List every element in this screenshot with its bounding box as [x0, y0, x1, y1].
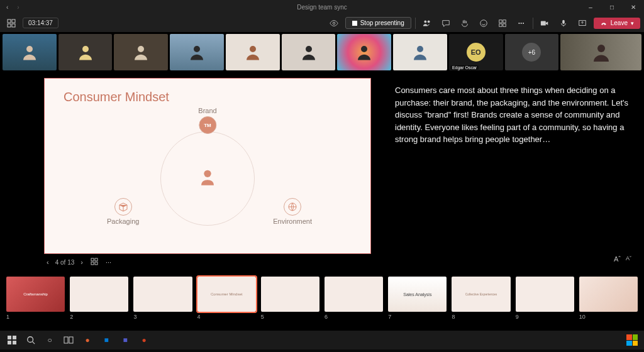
svg-point-7: [480, 19, 487, 26]
stop-presenting-label: Stop presenting: [360, 19, 404, 26]
prev-slide-icon[interactable]: ‹: [45, 257, 50, 267]
slide-diagram: Brand TM Packaging Environment: [119, 109, 296, 235]
taskbar-app[interactable]: ●: [79, 333, 96, 348]
font-decrease[interactable]: Aˇ: [626, 255, 631, 263]
chat-icon[interactable]: [438, 16, 453, 31]
task-view-icon[interactable]: [60, 333, 77, 348]
participant-avatar-tile[interactable]: EO Edgar Oscar: [449, 34, 503, 70]
participant-tile[interactable]: [393, 34, 447, 70]
node-packaging-label: Packaging: [107, 217, 139, 225]
titlebar: ‹ › Design team sync – □ ✕: [0, 0, 644, 14]
window-maximize[interactable]: □: [601, 0, 623, 14]
thumb-num: 3: [133, 314, 192, 320]
content-area: Consumer Mindset Brand TM Packaging Envi…: [0, 72, 644, 273]
svg-point-34: [28, 337, 33, 343]
search-icon[interactable]: [23, 333, 39, 348]
rooms-icon[interactable]: [495, 16, 510, 31]
svg-rect-0: [8, 19, 11, 23]
font-increase[interactable]: Aˆ: [614, 255, 621, 263]
privacy-eye-icon[interactable]: [326, 16, 341, 31]
slide-title: Consumer Mindset: [64, 90, 352, 104]
globe-icon: [284, 198, 301, 216]
taskbar-app[interactable]: ■: [117, 333, 133, 348]
slide-filmstrip: Craftsmanship1 2 3 Consumer Mindset4 5 6…: [0, 273, 644, 331]
thumb-10[interactable]: [579, 277, 638, 312]
svg-rect-11: [503, 23, 506, 26]
font-size-controls: Aˆ Aˇ: [614, 255, 631, 263]
reactions-icon[interactable]: [476, 16, 491, 31]
thumb-9[interactable]: [516, 277, 574, 312]
thumb-7[interactable]: Sales Analysis: [388, 277, 447, 312]
thumb-num: 6: [325, 314, 383, 320]
divider: [415, 18, 416, 29]
thumb-6[interactable]: [325, 277, 383, 312]
window-minimize[interactable]: –: [580, 0, 601, 14]
svg-point-20: [306, 46, 312, 52]
stop-presenting-button[interactable]: Stop presenting: [345, 17, 411, 29]
taskbar-app[interactable]: ■: [98, 333, 114, 348]
next-slide-icon[interactable]: ›: [79, 257, 84, 267]
participant-tile[interactable]: [58, 34, 113, 70]
thumb-num: 7: [388, 314, 447, 320]
participant-tile[interactable]: [282, 34, 336, 70]
slide-navigation: ‹ 4 of 13 › ···: [44, 254, 371, 270]
window-close[interactable]: ✕: [623, 0, 644, 14]
divider: [533, 18, 533, 29]
node-environment-label: Environment: [273, 217, 312, 225]
svg-rect-27: [95, 258, 97, 261]
svg-rect-33: [13, 341, 16, 344]
svg-rect-12: [541, 21, 546, 25]
taskbar-app[interactable]: ●: [136, 333, 152, 348]
thumb-2[interactable]: [70, 277, 128, 312]
svg-point-6: [427, 20, 430, 23]
participant-tile[interactable]: [170, 34, 224, 70]
overflow-participants[interactable]: +6: [505, 34, 559, 70]
participant-tile[interactable]: [3, 34, 57, 70]
svg-point-5: [424, 20, 426, 23]
svg-point-23: [597, 45, 605, 52]
slide-counter: 4 of 13: [55, 259, 75, 266]
grid-view-icon[interactable]: [4, 16, 19, 31]
people-icon[interactable]: [419, 16, 435, 31]
thumb-num: 5: [261, 314, 319, 320]
cortana-icon[interactable]: ○: [42, 333, 58, 348]
thumb-num: 9: [516, 314, 574, 320]
thumb-8[interactable]: Collective Experiences: [452, 277, 510, 312]
forward-icon[interactable]: ›: [14, 4, 21, 11]
svg-rect-10: [499, 23, 502, 26]
more-icon[interactable]: ···: [514, 16, 529, 31]
grid-toggle-icon[interactable]: [89, 256, 99, 268]
current-slide[interactable]: Consumer Mindset Brand TM Packaging Envi…: [44, 78, 371, 254]
overflow-count: +6: [522, 43, 541, 62]
thumb-num: 4: [197, 314, 256, 320]
person-icon: [197, 167, 218, 190]
mic-icon[interactable]: [556, 16, 571, 31]
svg-rect-31: [13, 336, 16, 339]
participant-tile[interactable]: [226, 34, 280, 70]
thumb-4[interactable]: Consumer Mindset: [197, 277, 256, 312]
presenter-tile[interactable]: [560, 34, 641, 70]
thumb-3[interactable]: [133, 277, 192, 312]
leave-button[interactable]: Leave ▾: [594, 18, 640, 29]
svg-point-18: [194, 46, 200, 52]
share-icon[interactable]: [575, 16, 590, 31]
box-icon: [114, 198, 132, 216]
svg-rect-28: [91, 262, 94, 265]
participant-tile[interactable]: [337, 34, 391, 70]
start-icon[interactable]: [4, 333, 20, 348]
svg-rect-1: [12, 19, 15, 23]
taskbar: ○ ● ■ ■ ●: [0, 331, 644, 349]
slide-more-icon[interactable]: ···: [104, 257, 113, 267]
svg-point-17: [138, 46, 144, 52]
thumb-5[interactable]: [261, 277, 319, 312]
meeting-timer: 03:14:37: [23, 18, 58, 28]
camera-icon[interactable]: [537, 16, 552, 31]
slide-area: Consumer Mindset Brand TM Packaging Envi…: [0, 72, 377, 273]
svg-rect-30: [8, 336, 11, 339]
raise-hand-icon[interactable]: [457, 16, 472, 31]
thumb-1[interactable]: Craftsmanship: [6, 277, 65, 312]
svg-rect-26: [91, 258, 94, 261]
svg-point-4: [333, 22, 335, 25]
participant-tile[interactable]: [114, 34, 168, 70]
back-icon[interactable]: ‹: [4, 4, 11, 11]
